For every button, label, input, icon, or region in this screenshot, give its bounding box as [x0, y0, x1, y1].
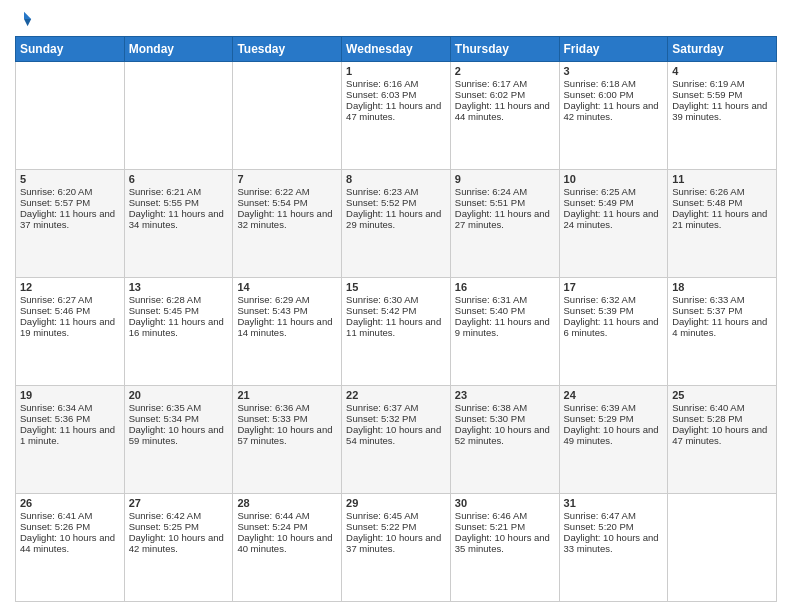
day-number: 5 — [20, 173, 120, 185]
calendar-cell: 23Sunrise: 6:38 AMSunset: 5:30 PMDayligh… — [450, 386, 559, 494]
day-number: 23 — [455, 389, 555, 401]
day-info: Sunset: 5:39 PM — [564, 305, 664, 316]
day-info: Sunrise: 6:47 AM — [564, 510, 664, 521]
day-number: 15 — [346, 281, 446, 293]
calendar-header-monday: Monday — [124, 37, 233, 62]
day-number: 29 — [346, 497, 446, 509]
day-info: Sunset: 5:33 PM — [237, 413, 337, 424]
day-number: 16 — [455, 281, 555, 293]
day-info: Daylight: 10 hours and 42 minutes. — [129, 532, 229, 554]
calendar-cell — [233, 62, 342, 170]
day-number: 21 — [237, 389, 337, 401]
day-number: 7 — [237, 173, 337, 185]
day-info: Sunrise: 6:29 AM — [237, 294, 337, 305]
day-number: 26 — [20, 497, 120, 509]
day-info: Daylight: 10 hours and 49 minutes. — [564, 424, 664, 446]
day-info: Sunset: 5:45 PM — [129, 305, 229, 316]
day-info: Sunrise: 6:30 AM — [346, 294, 446, 305]
day-info: Sunset: 5:52 PM — [346, 197, 446, 208]
day-info: Sunset: 5:46 PM — [20, 305, 120, 316]
calendar-cell: 12Sunrise: 6:27 AMSunset: 5:46 PMDayligh… — [16, 278, 125, 386]
calendar-header-wednesday: Wednesday — [342, 37, 451, 62]
day-info: Daylight: 10 hours and 52 minutes. — [455, 424, 555, 446]
day-info: Daylight: 11 hours and 16 minutes. — [129, 316, 229, 338]
calendar-cell: 16Sunrise: 6:31 AMSunset: 5:40 PMDayligh… — [450, 278, 559, 386]
day-info: Daylight: 11 hours and 44 minutes. — [455, 100, 555, 122]
day-number: 1 — [346, 65, 446, 77]
calendar-cell: 9Sunrise: 6:24 AMSunset: 5:51 PMDaylight… — [450, 170, 559, 278]
day-info: Sunset: 5:28 PM — [672, 413, 772, 424]
day-info: Sunset: 5:20 PM — [564, 521, 664, 532]
day-info: Sunrise: 6:21 AM — [129, 186, 229, 197]
calendar-cell: 19Sunrise: 6:34 AMSunset: 5:36 PMDayligh… — [16, 386, 125, 494]
day-info: Sunrise: 6:33 AM — [672, 294, 772, 305]
calendar-cell: 6Sunrise: 6:21 AMSunset: 5:55 PMDaylight… — [124, 170, 233, 278]
calendar-cell: 27Sunrise: 6:42 AMSunset: 5:25 PMDayligh… — [124, 494, 233, 602]
calendar-cell: 20Sunrise: 6:35 AMSunset: 5:34 PMDayligh… — [124, 386, 233, 494]
day-info: Sunrise: 6:25 AM — [564, 186, 664, 197]
calendar-week-1: 5Sunrise: 6:20 AMSunset: 5:57 PMDaylight… — [16, 170, 777, 278]
svg-marker-1 — [24, 19, 31, 26]
day-info: Sunrise: 6:16 AM — [346, 78, 446, 89]
day-info: Sunrise: 6:28 AM — [129, 294, 229, 305]
day-number: 18 — [672, 281, 772, 293]
day-info: Sunset: 6:03 PM — [346, 89, 446, 100]
day-number: 31 — [564, 497, 664, 509]
day-info: Sunset: 5:29 PM — [564, 413, 664, 424]
day-info: Sunrise: 6:23 AM — [346, 186, 446, 197]
calendar-week-3: 19Sunrise: 6:34 AMSunset: 5:36 PMDayligh… — [16, 386, 777, 494]
day-info: Daylight: 10 hours and 44 minutes. — [20, 532, 120, 554]
day-number: 22 — [346, 389, 446, 401]
calendar-cell: 26Sunrise: 6:41 AMSunset: 5:26 PMDayligh… — [16, 494, 125, 602]
day-info: Sunset: 6:02 PM — [455, 89, 555, 100]
day-info: Daylight: 11 hours and 11 minutes. — [346, 316, 446, 338]
day-info: Sunrise: 6:35 AM — [129, 402, 229, 413]
day-info: Sunset: 5:55 PM — [129, 197, 229, 208]
svg-marker-0 — [24, 12, 31, 19]
calendar-cell: 30Sunrise: 6:46 AMSunset: 5:21 PMDayligh… — [450, 494, 559, 602]
calendar-cell: 5Sunrise: 6:20 AMSunset: 5:57 PMDaylight… — [16, 170, 125, 278]
calendar-cell: 1Sunrise: 6:16 AMSunset: 6:03 PMDaylight… — [342, 62, 451, 170]
day-info: Daylight: 11 hours and 19 minutes. — [20, 316, 120, 338]
day-info: Sunset: 5:43 PM — [237, 305, 337, 316]
day-info: Daylight: 11 hours and 42 minutes. — [564, 100, 664, 122]
calendar-header-tuesday: Tuesday — [233, 37, 342, 62]
day-info: Sunset: 5:21 PM — [455, 521, 555, 532]
calendar-cell: 18Sunrise: 6:33 AMSunset: 5:37 PMDayligh… — [668, 278, 777, 386]
day-number: 14 — [237, 281, 337, 293]
page: SundayMondayTuesdayWednesdayThursdayFrid… — [0, 0, 792, 612]
day-number: 20 — [129, 389, 229, 401]
day-info: Daylight: 10 hours and 35 minutes. — [455, 532, 555, 554]
day-number: 12 — [20, 281, 120, 293]
day-info: Sunset: 5:48 PM — [672, 197, 772, 208]
day-number: 13 — [129, 281, 229, 293]
calendar-cell: 29Sunrise: 6:45 AMSunset: 5:22 PMDayligh… — [342, 494, 451, 602]
day-info: Sunset: 5:25 PM — [129, 521, 229, 532]
day-info: Sunrise: 6:36 AM — [237, 402, 337, 413]
day-info: Daylight: 10 hours and 37 minutes. — [346, 532, 446, 554]
day-info: Daylight: 10 hours and 33 minutes. — [564, 532, 664, 554]
day-info: Sunrise: 6:37 AM — [346, 402, 446, 413]
day-info: Sunrise: 6:19 AM — [672, 78, 772, 89]
day-info: Sunrise: 6:18 AM — [564, 78, 664, 89]
day-info: Sunrise: 6:34 AM — [20, 402, 120, 413]
day-info: Sunrise: 6:32 AM — [564, 294, 664, 305]
calendar-header-row: SundayMondayTuesdayWednesdayThursdayFrid… — [16, 37, 777, 62]
day-info: Daylight: 11 hours and 14 minutes. — [237, 316, 337, 338]
calendar-week-2: 12Sunrise: 6:27 AMSunset: 5:46 PMDayligh… — [16, 278, 777, 386]
day-number: 30 — [455, 497, 555, 509]
day-info: Sunrise: 6:26 AM — [672, 186, 772, 197]
day-info: Daylight: 10 hours and 47 minutes. — [672, 424, 772, 446]
day-info: Sunrise: 6:24 AM — [455, 186, 555, 197]
calendar-cell: 3Sunrise: 6:18 AMSunset: 6:00 PMDaylight… — [559, 62, 668, 170]
calendar-header-sunday: Sunday — [16, 37, 125, 62]
day-info: Sunset: 5:51 PM — [455, 197, 555, 208]
calendar-cell: 22Sunrise: 6:37 AMSunset: 5:32 PMDayligh… — [342, 386, 451, 494]
day-number: 27 — [129, 497, 229, 509]
day-info: Sunrise: 6:31 AM — [455, 294, 555, 305]
calendar-cell — [668, 494, 777, 602]
calendar-header-friday: Friday — [559, 37, 668, 62]
calendar-week-4: 26Sunrise: 6:41 AMSunset: 5:26 PMDayligh… — [16, 494, 777, 602]
calendar-header-saturday: Saturday — [668, 37, 777, 62]
calendar-cell: 14Sunrise: 6:29 AMSunset: 5:43 PMDayligh… — [233, 278, 342, 386]
